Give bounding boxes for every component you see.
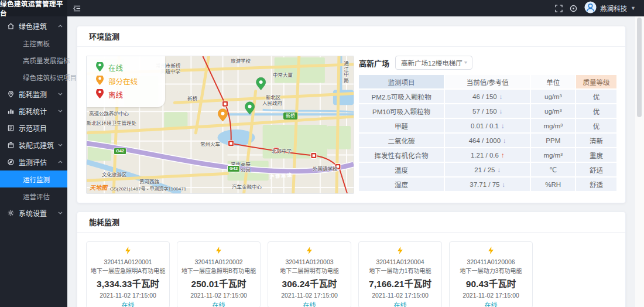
topbar-actions: 燕澜科技 ▼: [555, 1, 644, 16]
menu-fold-icon[interactable]: [73, 5, 81, 12]
attribution-text: GS(2021)1487号 - 甲测资字1100471: [110, 185, 186, 192]
energy-card[interactable]: 320411A0120006 地下一层动力3有功电能 90.43千瓦时 2021…: [449, 241, 533, 307]
panel-title: 能耗监测: [77, 212, 625, 233]
map-attribution: 天地图 GS(2021)1487号 - 甲测资字1100471: [90, 183, 186, 192]
scrollbar[interactable]: [635, 16, 644, 307]
value-text: 0.01 / 0.1: [471, 122, 499, 129]
legend-label: 在线: [108, 62, 123, 73]
energy-value: 7,166.21千瓦时: [359, 277, 441, 289]
legend-label: 部分在线: [108, 76, 138, 87]
legend-offline: 离线: [96, 88, 165, 101]
energy-monitoring-panel: 能耗监测 320411A0120001 地下一层应急照明A有功电能 3,334.…: [77, 212, 626, 307]
table-row: 温度 21 / 25↓ ℃ 舒适: [359, 163, 616, 176]
sidebar-item-quality-index[interactable]: 高质量发展指标: [0, 52, 67, 69]
document-icon: [7, 124, 15, 132]
sidebar-item-operation-monitoring[interactable]: 运行监测: [0, 170, 67, 187]
trend-arrow: ↓: [501, 122, 505, 129]
status-badge[interactable]: 在线: [268, 300, 351, 307]
cell-grade: 清新: [576, 134, 616, 147]
user-menu[interactable]: 燕澜科技 ▼: [584, 1, 636, 16]
scrollbar-thumb[interactable]: [637, 18, 642, 117]
sidebar-item-energy-monitoring[interactable]: 能耗监测: [0, 86, 67, 103]
energy-card[interactable]: 320411A0120002 地下一层应急照明B有功电能 250.01千瓦时 2…: [177, 241, 261, 307]
device-select[interactable]: 高新广场12楼电梯厅 ▼: [395, 56, 472, 70]
cell-unit: PPM: [531, 134, 575, 147]
cell-item: 二氧化碳: [359, 134, 444, 147]
topbar: 绿色建筑运营管理平台 燕澜科技 ▼: [0, 0, 644, 16]
trend-arrow: ↓: [499, 93, 503, 100]
pin-icon: [7, 90, 15, 98]
device-id: 320411A0120004: [359, 258, 441, 265]
sidebar-item-label: 能耗统计: [19, 106, 58, 116]
trend-arrow: ↓: [503, 137, 506, 144]
settings-icon[interactable]: [570, 5, 577, 12]
device-name: 地下一层应急照明B有功电能: [179, 266, 258, 274]
avatar: [584, 1, 597, 16]
energy-cards: 320411A0120001 地下一层应急照明A有功电能 3,334.33千瓦时…: [86, 241, 616, 307]
status-badge[interactable]: 在线: [450, 300, 532, 307]
status-badge[interactable]: 在线: [177, 300, 260, 307]
sidebar-item-monitoring-evaluation[interactable]: 监测评估: [0, 154, 67, 170]
device-id: 320411A0120006: [450, 258, 532, 265]
cell-unit: mg/m³: [531, 148, 575, 162]
cell-grade: 优: [576, 119, 616, 132]
table-row: 挥发性有机化合物 1.21 / 0.6↑ mg/m³ 重度: [359, 148, 616, 162]
cell-value: 1.21 / 0.6↑: [445, 148, 530, 162]
trend-arrow: ↓: [499, 108, 503, 115]
status-badge[interactable]: 在线: [87, 300, 169, 307]
table-row: 二氧化碳 464 / 1000↓ PPM 清新: [359, 134, 616, 147]
sidebar-item-label: 装配式建筑: [19, 140, 58, 150]
device-id: 320411A0120003: [268, 258, 351, 265]
sidebar-item-prefab-building[interactable]: 装配式建筑: [0, 137, 67, 154]
sidebar-item-system-settings[interactable]: 系统设置: [0, 204, 67, 221]
app-title: 绿色建筑运营管理平台: [0, 0, 67, 16]
table-row: PM2.5可吸入颗粒物 46 / 150↓ ug/m³ 优: [359, 90, 616, 103]
timestamp: 2021-11-02 17:15:00: [359, 292, 441, 299]
table-row: PM10可吸入颗粒物 57 / 150↓ ug/m³ 优: [359, 104, 616, 118]
col-header: 监测项目: [359, 75, 444, 88]
sidebar-item-energy-statistics[interactable]: 能耗统计: [0, 103, 67, 120]
energy-card[interactable]: 320411A0120003 地下二层照明有功电能 306.24千瓦时 2021…: [268, 241, 351, 307]
bolt-icon: [487, 247, 495, 257]
device-name: 地下一层动力1有功电能: [361, 266, 440, 274]
chevron-up-icon: [58, 25, 63, 28]
status-badge[interactable]: 在线: [359, 300, 441, 307]
env-data-section: 高新广场 高新广场12楼电梯厅 ▼ 监测项目 当前值/参考值 单位 质量等级 P…: [359, 56, 616, 194]
map-legend: 在线 部分在线 离线: [87, 56, 165, 107]
energy-value: 90.43千瓦时: [450, 277, 532, 289]
legend-partial: 部分在线: [96, 74, 165, 88]
bolt-icon: [124, 247, 132, 257]
cell-grade: 舒适: [576, 178, 616, 191]
cell-value: 464 / 1000↓: [445, 134, 530, 147]
device-name: 地下二层照明有功电能: [270, 266, 349, 274]
sidebar-item-operation-evaluation[interactable]: 运营评估: [0, 187, 67, 204]
sidebar-item-green-building[interactable]: 绿色建筑: [0, 18, 67, 35]
bolt-icon: [396, 247, 405, 257]
cell-grade: 重度: [576, 148, 616, 162]
sidebar-item-demo-projects[interactable]: 示范项目: [0, 120, 67, 137]
box-icon: [7, 141, 15, 149]
cell-unit: ug/m³: [531, 104, 575, 118]
env-table: 监测项目 当前值/参考值 单位 质量等级 PM2.5可吸入颗粒物 46 / 15…: [359, 75, 616, 191]
energy-card[interactable]: 320411A0120001 地下一层应急照明A有功电能 3,334.33千瓦时…: [86, 241, 170, 307]
sidebar-item-main-dashboard[interactable]: 主控面板: [0, 35, 67, 52]
chevron-up-icon: [58, 161, 63, 163]
energy-value: 306.24千瓦时: [268, 277, 351, 289]
map[interactable]: 旅游学校 常州市新桥 高级中学 中常大厦 新桥 新北区 人民政府 常州火车 北郊…: [86, 56, 354, 194]
cell-value: 37.71 / 75↓: [445, 178, 530, 191]
cell-item: 温度: [359, 163, 444, 176]
trend-arrow: ↓: [502, 181, 505, 188]
table-row: 甲醛 0.01 / 0.1↓ mg/m³ 优: [359, 119, 616, 132]
cell-item: 湿度: [359, 178, 444, 191]
timestamp: 2021-11-02 17:15:00: [87, 292, 169, 299]
energy-value: 3,334.33千瓦时: [87, 277, 169, 289]
tianditu-logo: 天地图: [90, 183, 107, 192]
chevron-down-icon: [58, 93, 63, 95]
sidebar-item-label: 能耗监测: [19, 89, 58, 99]
value-text: 464 / 1000: [469, 137, 501, 144]
sidebar-item-label-projects[interactable]: 绿色建筑标识项目: [0, 69, 67, 86]
col-header: 质量等级: [576, 75, 616, 88]
fullscreen-icon[interactable]: [555, 5, 563, 12]
energy-card[interactable]: 320411A0120004 地下一层动力1有功电能 7,166.21千瓦时 2…: [358, 241, 442, 307]
chevron-down-icon: ▼: [631, 5, 636, 11]
